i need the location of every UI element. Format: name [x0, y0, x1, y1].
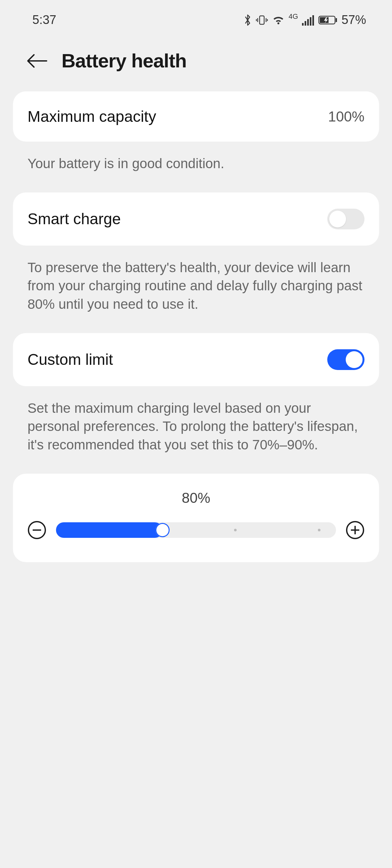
slider-fill: [56, 522, 163, 538]
slider-tick: [234, 529, 237, 531]
increase-button[interactable]: [346, 521, 364, 539]
limit-slider[interactable]: [56, 522, 336, 538]
svg-rect-5: [313, 15, 314, 26]
limit-slider-value: 80%: [28, 490, 364, 506]
page-title: Battery health: [62, 50, 187, 72]
slider-tick: [318, 529, 321, 531]
custom-limit-toggle[interactable]: [327, 349, 364, 370]
custom-limit-card: Custom limit: [13, 333, 379, 386]
wifi-icon: [272, 14, 285, 26]
battery-percent-label: 57%: [341, 13, 366, 27]
smart-charge-label: Smart charge: [28, 210, 121, 228]
limit-slider-card: 80%: [13, 474, 379, 562]
vibrate-icon: [256, 14, 268, 26]
svg-rect-0: [260, 16, 264, 24]
back-arrow-icon[interactable]: [26, 53, 48, 69]
max-capacity-desc: Your battery is in good condition.: [0, 142, 392, 192]
max-capacity-label: Maximum capacity: [28, 107, 156, 125]
status-right: 4G 57%: [243, 13, 366, 27]
smart-charge-desc: To preserve the battery's health, your d…: [0, 246, 392, 333]
max-capacity-value: 100%: [328, 108, 364, 125]
battery-icon: [318, 15, 338, 25]
header: Battery health: [0, 37, 392, 91]
network-type-label: 4G: [289, 12, 298, 21]
max-capacity-card: Maximum capacity 100%: [13, 91, 379, 142]
svg-rect-7: [336, 18, 337, 22]
bluetooth-icon: [243, 14, 252, 26]
svg-rect-2: [304, 21, 306, 26]
decrease-button[interactable]: [28, 521, 46, 539]
status-bar: 5:37 4G 57%: [0, 0, 392, 37]
signal-icon: [302, 14, 314, 26]
custom-limit-label: Custom limit: [28, 350, 113, 368]
smart-charge-card: Smart charge: [13, 192, 379, 246]
status-time: 5:37: [32, 13, 56, 27]
slider-thumb[interactable]: [155, 523, 170, 537]
custom-limit-desc: Set the maximum charging level based on …: [0, 386, 392, 474]
svg-rect-4: [310, 17, 312, 26]
svg-rect-3: [307, 19, 309, 26]
svg-rect-1: [302, 23, 304, 26]
smart-charge-toggle[interactable]: [327, 209, 364, 229]
